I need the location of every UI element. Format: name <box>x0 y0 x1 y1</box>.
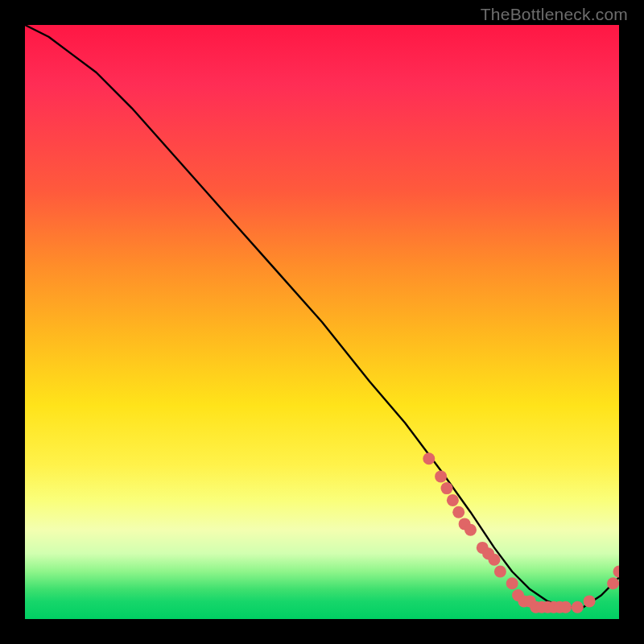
marker-point <box>423 452 435 464</box>
plot-svg <box>25 25 619 619</box>
highlighted-points <box>423 452 619 613</box>
marker-point <box>447 494 459 506</box>
marker-point <box>584 595 596 607</box>
marker-point <box>607 577 619 589</box>
marker-point <box>506 577 518 589</box>
marker-point <box>464 524 477 536</box>
plot-area <box>25 25 619 619</box>
marker-point <box>613 566 620 578</box>
watermark-text: TheBottleneck.com <box>481 5 628 24</box>
chart-stage: TheBottleneck.com <box>0 0 644 644</box>
marker-point <box>441 482 453 494</box>
marker-point <box>494 566 506 578</box>
marker-point <box>435 470 447 482</box>
marker-point <box>572 601 584 613</box>
marker-point <box>489 554 501 566</box>
marker-point <box>452 506 464 518</box>
marker-point <box>559 601 572 613</box>
bottleneck-curve <box>25 25 619 607</box>
